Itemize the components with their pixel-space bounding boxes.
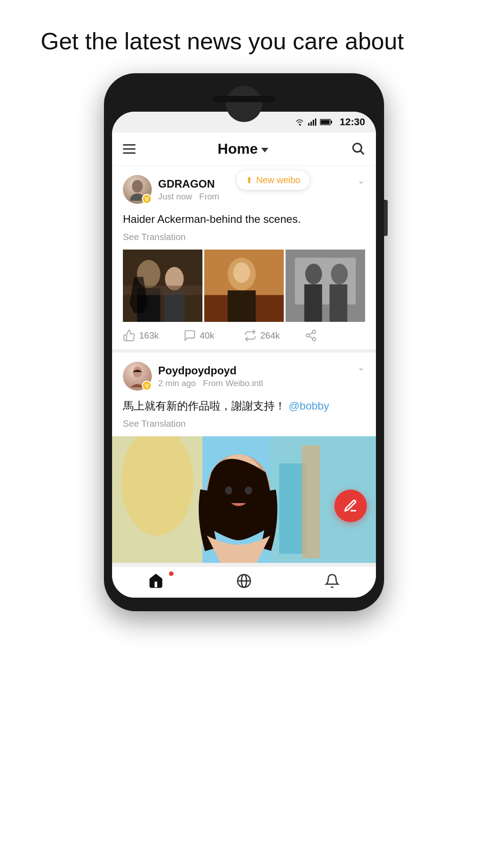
post-image-3[interactable] — [286, 250, 365, 322]
post-user: V GDRAGON Just now From — [123, 175, 219, 204]
share-button-1[interactable] — [305, 329, 365, 342]
post-time-2: 2 min ago From Weibo.intl — [158, 378, 263, 388]
svg-rect-7 — [320, 120, 329, 124]
mention-link[interactable]: @bobby — [289, 400, 329, 412]
post-text: Haider Ackerman-behind the scenes. — [123, 211, 365, 227]
page-headline: Get the latest news you care about — [41, 27, 447, 55]
svg-rect-6 — [331, 121, 332, 123]
svg-point-44 — [245, 486, 252, 495]
svg-line-9 — [361, 151, 364, 154]
svg-line-32 — [309, 336, 313, 339]
svg-point-29 — [313, 330, 316, 334]
svg-point-25 — [305, 264, 322, 285]
vip-badge-2: V — [142, 381, 152, 391]
svg-line-33 — [309, 333, 313, 335]
user-info-2: Poydpoydpoyd 2 min ago From Weibo.intl — [158, 364, 263, 388]
menu-button[interactable] — [123, 144, 136, 154]
svg-point-0 — [299, 124, 300, 125]
comment-count-1: 40k — [200, 330, 214, 341]
username-2: Poydpoydpoyd — [158, 364, 263, 377]
wifi-icon — [295, 118, 305, 126]
app-header: Home — [112, 132, 376, 166]
svg-point-31 — [313, 338, 316, 341]
action-bar-1: 163k 40k 264k — [123, 322, 365, 349]
post-more-icon-2[interactable]: ⌄ — [357, 362, 365, 373]
avatar-wrap: V — [123, 175, 152, 204]
svg-rect-26 — [304, 284, 322, 322]
post-card-2: V Poydpoydpoyd 2 min ago From Weibo.intl… — [112, 353, 376, 566]
nav-home[interactable] — [112, 573, 200, 589]
feed: V GDRAGON Just now From ⌄ — [112, 166, 376, 566]
svg-point-27 — [331, 264, 347, 285]
comment-button-1[interactable]: 40k — [183, 329, 244, 342]
nav-notifications[interactable] — [288, 573, 376, 589]
vip-badge: V — [142, 194, 152, 204]
svg-point-30 — [306, 334, 310, 337]
header-title[interactable]: Home — [218, 141, 269, 157]
home-label: Home — [218, 141, 258, 157]
post-image-2[interactable] — [204, 250, 284, 322]
post-images — [123, 250, 365, 322]
speaker — [212, 96, 276, 102]
svg-rect-2 — [310, 122, 312, 126]
username: GDRAGON — [158, 178, 219, 190]
new-weibo-label: New weibo — [256, 175, 300, 185]
svg-point-22 — [233, 263, 250, 283]
svg-point-8 — [353, 143, 361, 152]
post-more-icon[interactable]: ⌄ — [357, 175, 365, 186]
search-button[interactable] — [351, 141, 365, 157]
signal-icon — [308, 118, 316, 126]
status-time: 12:30 — [340, 116, 365, 128]
svg-rect-16 — [164, 291, 185, 322]
like-count-1: 163k — [139, 330, 159, 341]
svg-rect-3 — [313, 120, 314, 126]
svg-rect-4 — [315, 118, 316, 126]
svg-point-43 — [225, 486, 232, 495]
post-card: V GDRAGON Just now From ⌄ — [112, 166, 376, 353]
svg-point-13 — [137, 260, 160, 288]
user-info: GDRAGON Just now From — [158, 178, 219, 202]
post-user-2: V Poydpoydpoyd 2 min ago From Weibo.intl — [123, 362, 263, 391]
svg-rect-17 — [123, 286, 202, 295]
chevron-down-icon — [261, 148, 268, 152]
svg-rect-1 — [308, 123, 310, 126]
nav-explore[interactable] — [200, 573, 288, 589]
repost-button-1[interactable]: 264k — [244, 329, 305, 342]
phone-mockup: 12:30 Home ⬆ New weibo — [104, 73, 384, 611]
compose-fab[interactable] — [334, 490, 367, 522]
status-bar: 12:30 — [112, 112, 376, 132]
battery-icon — [320, 118, 333, 126]
svg-rect-21 — [228, 291, 256, 322]
avatar-wrap-2: V — [123, 362, 152, 391]
svg-rect-28 — [329, 284, 347, 322]
status-icons — [295, 118, 333, 126]
see-translation-2[interactable]: See Translation — [123, 419, 365, 429]
post-text-2: 馬上就有新的作品啦，謝謝支持！ @bobby — [123, 398, 365, 414]
new-weibo-badge[interactable]: ⬆ New weibo — [237, 170, 310, 190]
power-button — [384, 200, 388, 236]
like-button-1[interactable]: 163k — [123, 329, 183, 342]
post-image-1[interactable] — [123, 250, 202, 322]
new-weibo-arrow: ⬆ — [246, 175, 253, 185]
repost-count-1: 264k — [260, 330, 280, 341]
svg-point-10 — [132, 180, 143, 193]
bottom-nav — [112, 566, 376, 598]
post-header-2: V Poydpoydpoyd 2 min ago From Weibo.intl… — [123, 362, 365, 391]
nav-home-dot — [169, 571, 174, 576]
see-translation-1[interactable]: See Translation — [123, 232, 365, 242]
screen: 12:30 Home ⬆ New weibo — [112, 112, 376, 598]
post-time: Just now From — [158, 192, 219, 202]
svg-rect-40 — [302, 445, 320, 558]
